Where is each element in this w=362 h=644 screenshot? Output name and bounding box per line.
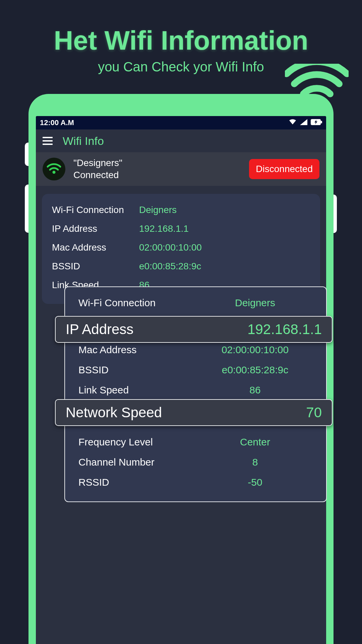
detail-row: BSSID e0:00:85:28:9c: [65, 364, 326, 376]
detail-label: Mac Address: [78, 344, 197, 356]
status-bar: 12:00 A.M: [36, 116, 326, 129]
menu-icon[interactable]: [43, 137, 53, 145]
cell-signal-icon: [300, 118, 307, 127]
wifi-signal-icon: [289, 118, 297, 127]
wifi-status-icon: [43, 158, 65, 180]
detail-value: 86: [197, 384, 313, 396]
detail-row: Mac Address 02:00:00:10:00: [65, 344, 326, 356]
detail-value: e0:00:85:28:9c: [197, 364, 313, 376]
highlight-value: 192.168.1.1: [247, 321, 322, 337]
info-row: Wi-Fi Connection Deigners: [52, 205, 310, 215]
detail-label: Link Speed: [78, 384, 197, 396]
connection-ssid: "Designers": [73, 157, 241, 169]
info-row: IP Address 192.168.1.1: [52, 223, 310, 234]
detail-row: Channel Number 8: [65, 457, 326, 468]
detail-value: 02:00:00:10:00: [197, 344, 313, 356]
highlight-network-speed: Network Speed 70: [55, 399, 333, 426]
detail-label: RSSID: [78, 477, 197, 488]
connection-card: "Designers" Connected Disconnected: [36, 152, 326, 186]
info-label: Wi-Fi Connection: [52, 205, 139, 215]
app-title: Wifi Info: [63, 135, 104, 148]
info-label: IP Address: [52, 223, 139, 234]
app-bar: Wifi Info: [36, 129, 326, 152]
detail-value: Deigners: [197, 297, 313, 309]
detail-row: RSSID -50: [65, 477, 326, 488]
info-label: BSSID: [52, 261, 139, 272]
disconnect-button[interactable]: Disconnected: [249, 159, 319, 179]
detail-value: Center: [197, 436, 313, 448]
detail-label: Wi-Fi Connection: [78, 297, 197, 309]
info-value: Deigners: [139, 205, 177, 215]
detail-row: Frequency Level Center: [65, 436, 326, 448]
info-value: 02:00:00:10:00: [139, 242, 202, 253]
connection-status: Connected: [73, 169, 241, 181]
highlight-value: 70: [306, 405, 322, 421]
connection-text: "Designers" Connected: [73, 157, 241, 181]
info-row: BSSID e0:00:85:28:9c: [52, 261, 310, 272]
highlight-ip-address: IP Address 192.168.1.1: [55, 316, 333, 343]
highlight-label: Network Speed: [66, 405, 162, 421]
detail-label: BSSID: [78, 364, 197, 376]
detail-label: Frequency Level: [78, 436, 197, 448]
svg-rect-1: [321, 121, 322, 123]
info-value: e0:00:85:28:9c: [139, 261, 201, 272]
detail-row: Wi-Fi Connection Deigners: [65, 297, 326, 309]
detail-value: 8: [197, 457, 313, 468]
detail-value: -50: [197, 477, 313, 488]
battery-icon: [311, 118, 322, 127]
info-row: Mac Address 02:00:00:10:00: [52, 242, 310, 253]
status-time: 12:00 A.M: [40, 118, 74, 127]
info-value: 192.168.1.1: [139, 223, 189, 234]
detail-row: Link Speed 86: [65, 384, 326, 396]
info-label: Mac Address: [52, 242, 139, 253]
detail-label: Channel Number: [78, 457, 197, 468]
highlight-label: IP Address: [66, 321, 133, 337]
hero-title: Het Wifi Information: [0, 0, 362, 56]
